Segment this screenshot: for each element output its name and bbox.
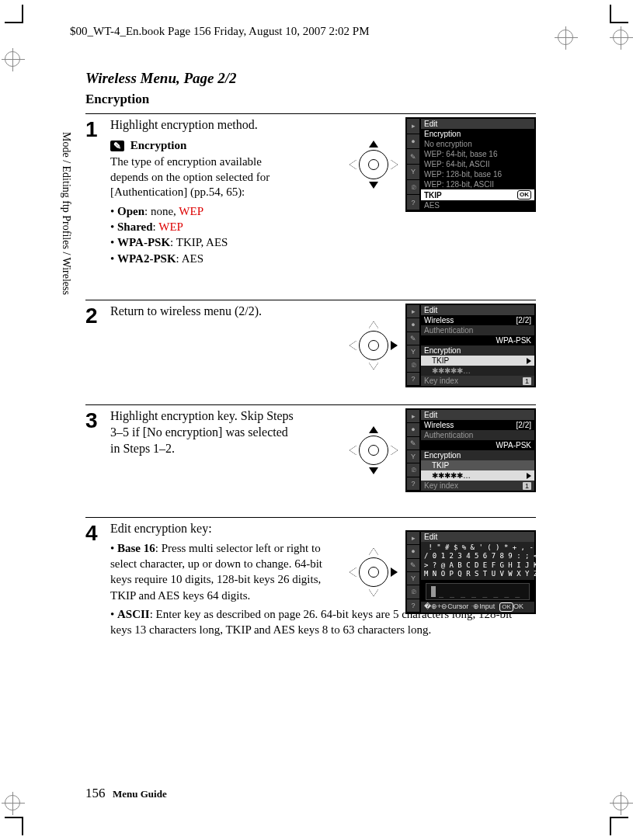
step-number: 2 — [85, 304, 110, 327]
step-number: 4 — [85, 521, 110, 544]
registration-target-icon — [558, 30, 573, 45]
step-number: 3 — [85, 408, 110, 432]
step-text: Highlight encryption key. Skip Steps 3–5… — [110, 408, 297, 456]
camera-screen: ▸●✎Y⎚? Edit Wireless[2/2] Authentication… — [405, 304, 536, 387]
dpad-icon — [351, 323, 396, 368]
callout-title: Encryption — [130, 139, 187, 151]
list-item: WPA2-PSK: AES — [110, 251, 297, 266]
camera-screen: ▸●✎Y⎚? Edit Wireless[2/2] Authentication… — [405, 408, 536, 492]
list-item: WPA-PSK: TKIP, AES — [110, 234, 297, 250]
dpad-icon — [351, 550, 396, 595]
list-item: Open: none, WEP — [110, 203, 297, 219]
step-number: 1 — [85, 117, 110, 141]
camera-screen: ▸●✎Y⎚? Edit ! " # $ % & ' ( ) * + , - . … — [405, 530, 536, 614]
registration-target-icon — [5, 795, 20, 810]
registration-target-icon — [5, 51, 20, 67]
camera-screen: ▸●✎Y⎚? Edit Encryption No encryption WEP… — [405, 117, 536, 212]
step-text: Highlight encryption method. — [110, 117, 297, 134]
step-text: Return to wireless menu (2/2). — [110, 304, 297, 320]
side-tab-label: Mode / Editing ftp Profiles / Wireless — [60, 132, 72, 295]
page-footer: 156 Menu Guide — [85, 786, 167, 801]
registration-target-icon — [613, 30, 628, 45]
section-subtitle: Encryption — [85, 92, 536, 107]
list-item: Shared: WEP — [110, 219, 297, 234]
section-title: Wireless Menu, Page 2/2 — [85, 70, 536, 87]
pencil-icon: ✎ — [110, 141, 124, 151]
dpad-icon — [351, 428, 396, 473]
callout-body: The type of encryption available depends… — [110, 154, 297, 200]
running-header: $00_WT-4_En.book Page 156 Friday, August… — [70, 25, 370, 38]
list-item: Base 16: Press multi selector left or ri… — [110, 540, 328, 603]
registration-target-icon — [613, 795, 628, 810]
dpad-icon — [351, 142, 396, 187]
